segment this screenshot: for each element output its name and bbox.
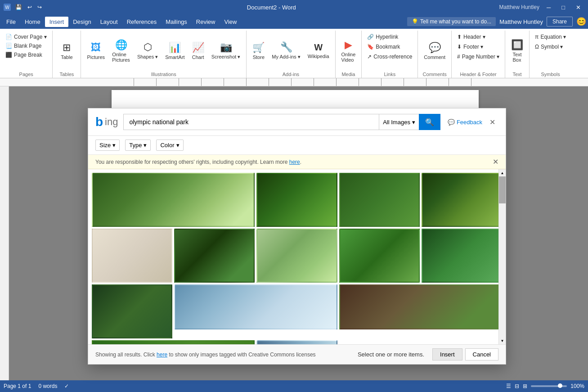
- image-cell[interactable]: [256, 340, 337, 344]
- ruler-inner: [0, 78, 588, 86]
- image-cell[interactable]: [174, 229, 255, 283]
- scroll-down-arrow[interactable]: ▼: [499, 337, 506, 344]
- tell-me-input[interactable]: 💡 Tell me what you want to do...: [407, 17, 496, 26]
- cover-page-btn[interactable]: 📄 Cover Page ▾: [3, 32, 49, 41]
- type-filter-btn[interactable]: Type ▾: [125, 140, 151, 151]
- symbol-btn[interactable]: Ω Symbol ▾: [532, 42, 569, 51]
- image-cell[interactable]: [422, 173, 502, 227]
- scroll-thumb[interactable]: [499, 176, 506, 203]
- share-button[interactable]: Share: [547, 17, 573, 27]
- page-number-btn[interactable]: # Page Number ▾: [454, 52, 502, 61]
- header-btn[interactable]: ⬆ Header ▾: [454, 32, 502, 41]
- smartart-btn[interactable]: 📊 SmartArt: [162, 41, 188, 61]
- feedback-link[interactable]: 💬 Feedback: [448, 119, 482, 126]
- image-cell[interactable]: [339, 229, 420, 283]
- menu-home[interactable]: Home: [20, 17, 45, 27]
- tell-me-text: Tell me what you want to do...: [420, 18, 491, 25]
- save-quick-btn[interactable]: 💾: [13, 3, 24, 11]
- search-filter-dropdown[interactable]: All Images ▾: [379, 114, 419, 130]
- dialog-footer: Showing all results. Click here to show …: [88, 344, 506, 364]
- links-group-label: Links: [364, 71, 415, 78]
- creative-commons-link[interactable]: here: [157, 351, 167, 358]
- text-box-btn[interactable]: 🔲 TextBox: [508, 38, 526, 64]
- addins-items: 🛒 Store 🔧 My Add-ins ▾ W Wikipedia: [249, 31, 332, 71]
- cross-reference-btn[interactable]: ↗ Cross-reference: [364, 52, 415, 61]
- menu-bar: File Home Insert Design Layout Reference…: [0, 14, 588, 29]
- scroll-up-arrow[interactable]: ▲: [499, 169, 506, 176]
- search-button[interactable]: 🔍: [419, 114, 440, 130]
- online-pictures-btn[interactable]: 🌐 OnlinePictures: [109, 38, 133, 64]
- menu-mailings[interactable]: Mailings: [161, 17, 192, 27]
- image-cell[interactable]: [92, 340, 255, 344]
- menu-view[interactable]: View: [220, 17, 241, 27]
- page-break-btn[interactable]: ⬛ Page Break: [3, 50, 49, 59]
- wikipedia-btn[interactable]: W Wikipedia: [305, 41, 332, 60]
- equation-btn[interactable]: π Equation ▾: [532, 32, 569, 41]
- user-account: Matthew Huntley: [499, 18, 543, 25]
- online-video-btn[interactable]: ▶ OnlineVideo: [338, 38, 359, 64]
- header-footer-items: ⬆ Header ▾ ⬇ Footer ▾ # Page Number ▾: [454, 31, 502, 71]
- dialog-close-button[interactable]: ✕: [486, 116, 498, 128]
- ribbon-group-tables: ⊞ Table Tables: [53, 31, 81, 78]
- pages-items: 📄 Cover Page ▾ 📃 Blank Page ⬛ Page Break: [3, 31, 49, 71]
- minimize-btn[interactable]: ─: [543, 3, 554, 12]
- symbols-group-label: Symbols: [532, 71, 569, 78]
- screenshot-btn[interactable]: 📷 Screenshot ▾: [208, 40, 244, 61]
- image-grid-container[interactable]: ▲ ▼: [88, 169, 506, 344]
- close-btn[interactable]: ✕: [572, 3, 584, 12]
- image-cell[interactable]: [92, 229, 172, 283]
- image-cell[interactable]: [422, 229, 502, 283]
- proofing-icon[interactable]: ✓: [64, 383, 69, 389]
- image-cell[interactable]: [339, 284, 502, 329]
- menu-file[interactable]: File: [2, 17, 20, 27]
- bing-logo: b ing: [95, 115, 118, 129]
- view-web-icon[interactable]: ⊞: [523, 383, 527, 389]
- insert-button[interactable]: Insert: [432, 348, 462, 360]
- equation-icon: π: [535, 34, 539, 40]
- smiley-icon[interactable]: 😊: [576, 17, 586, 27]
- bookmark-btn[interactable]: 🔖 Bookmark: [364, 42, 415, 51]
- menu-references[interactable]: References: [122, 17, 161, 27]
- search-input[interactable]: [123, 114, 379, 130]
- my-addins-btn[interactable]: 🔧 My Add-ins ▾: [269, 40, 303, 61]
- view-normal-icon[interactable]: ☰: [506, 383, 511, 389]
- blank-page-btn[interactable]: 📃 Blank Page: [3, 41, 49, 50]
- image-cell[interactable]: [339, 173, 420, 227]
- image-cell[interactable]: [174, 284, 337, 329]
- zoom-slider[interactable]: [531, 385, 567, 387]
- hyperlink-btn[interactable]: 🔗 Hyperlink: [364, 32, 415, 41]
- menu-right: 💡 Tell me what you want to do... Matthew…: [407, 17, 586, 27]
- pictures-btn[interactable]: 🖼 Pictures: [84, 41, 108, 61]
- footer-btn[interactable]: ⬇ Footer ▾: [454, 42, 502, 51]
- chart-btn[interactable]: 📈 Chart: [189, 41, 207, 61]
- image-cell[interactable]: [92, 173, 255, 227]
- image-grid: [92, 173, 502, 344]
- image-cell[interactable]: [256, 173, 337, 227]
- notice-close-button[interactable]: ✕: [493, 158, 498, 166]
- cancel-button[interactable]: Cancel: [465, 348, 498, 360]
- bing-image-search-dialog: b ing All Images ▾ 🔍 💬 Feedback ✕ Size ▾…: [88, 108, 506, 365]
- undo-quick-btn[interactable]: ↩: [26, 3, 34, 11]
- chart-icon: 📈: [192, 42, 204, 54]
- bookmark-label: Bookmark: [376, 44, 400, 50]
- store-btn[interactable]: 🛒 Store: [249, 41, 268, 61]
- comment-btn[interactable]: 💬 Comment: [421, 41, 449, 61]
- maximize-btn[interactable]: □: [558, 3, 569, 12]
- scrollbar[interactable]: ▲ ▼: [498, 169, 506, 344]
- pages-group-label: Pages: [3, 71, 49, 78]
- redo-quick-btn[interactable]: ↪: [36, 3, 44, 11]
- menu-design[interactable]: Design: [68, 17, 95, 27]
- view-layout-icon[interactable]: ⊟: [515, 383, 519, 389]
- menu-insert[interactable]: Insert: [45, 17, 69, 27]
- table-btn[interactable]: ⊞ Table: [55, 41, 78, 61]
- image-cell[interactable]: [92, 284, 172, 338]
- image-cell[interactable]: [256, 229, 337, 283]
- shapes-btn[interactable]: ⬡ Shapes ▾: [134, 40, 161, 61]
- menu-review[interactable]: Review: [192, 17, 220, 27]
- copyright-link[interactable]: here: [289, 159, 300, 165]
- ribbon-group-media: ▶ OnlineVideo Media: [336, 31, 362, 78]
- color-filter-btn[interactable]: Color ▾: [156, 140, 183, 151]
- menu-layout[interactable]: Layout: [96, 17, 122, 27]
- size-filter-btn[interactable]: Size ▾: [95, 140, 120, 151]
- smartart-icon: 📊: [169, 42, 181, 54]
